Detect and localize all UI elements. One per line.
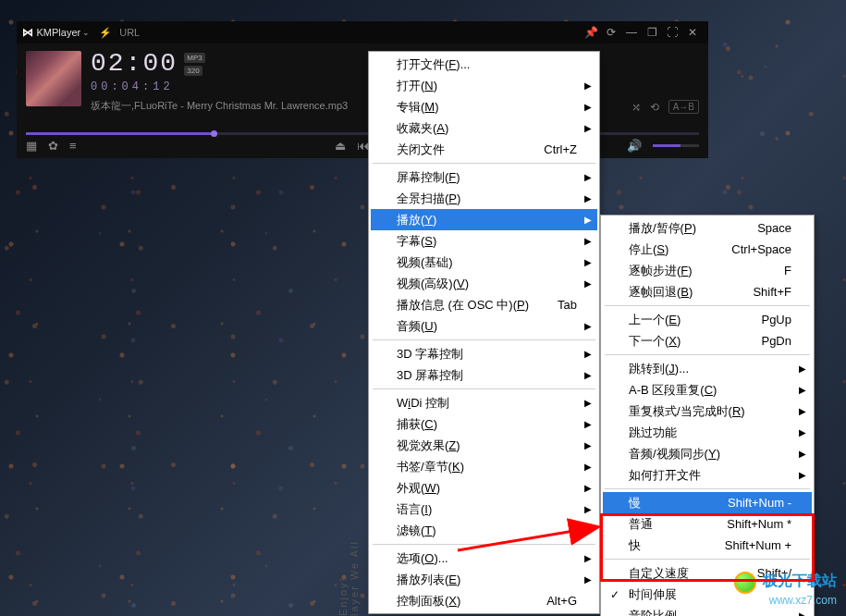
menu-item-label: 视觉效果(Z) [397, 437, 577, 454]
sub-menu-item-17[interactable]: 快Shift+Num + [603, 535, 812, 556]
url-label[interactable]: URL [119, 27, 140, 38]
fullscreen-button[interactable]: ⛶ [662, 26, 682, 39]
main-context-menu: 打开文件(F)...打开(N)▶专辑(M)▶收藏夹(A)▶关闭文件Ctrl+Z屏… [368, 51, 600, 614]
main-menu-item-3[interactable]: 收藏夹(A)▶ [371, 117, 597, 139]
main-menu-item-19[interactable]: 捕获(C)▶ [371, 413, 597, 435]
check-icon: ✓ [610, 588, 619, 601]
submenu-arrow-icon: ▶ [799, 406, 806, 416]
eject-icon[interactable]: ⏏ [335, 139, 346, 153]
menu-item-label: 慢 [629, 495, 700, 511]
list-icon[interactable]: ≡ [69, 139, 77, 153]
main-menu-item-9[interactable]: 字幕(S)▶ [371, 230, 597, 252]
bolt-icon[interactable]: ⚡ [99, 27, 112, 39]
submenu-arrow-icon: ▶ [584, 349, 592, 359]
menu-item-label: 视频(基础) [397, 254, 577, 271]
album-art[interactable] [26, 51, 81, 106]
shuffle-icon[interactable]: ⤭ [631, 101, 641, 114]
volume-slider[interactable] [653, 144, 699, 147]
main-menu-item-23[interactable]: 语言(I)▶ [371, 499, 597, 520]
sub-menu-item-2[interactable]: 逐帧步进(F)F [603, 260, 812, 281]
sub-menu-item-8[interactable]: 跳转到(J)...▶ [603, 358, 812, 379]
menu-shortcut: Shift+Num - [728, 496, 791, 510]
main-menu-item-8[interactable]: 播放(Y)▶ [371, 209, 597, 230]
close-button[interactable]: ✕ [682, 26, 703, 39]
sub-menu-item-1[interactable]: 停止(S)Ctrl+Space [603, 239, 812, 260]
sub-menu-item-9[interactable]: A-B 区段重复(C)▶ [603, 379, 812, 400]
app-name[interactable]: KMPlayer [37, 27, 81, 38]
chevron-down-icon[interactable]: ⌄ [82, 28, 90, 37]
menu-item-label: 收藏夹(A) [397, 120, 577, 137]
main-menu-item-7[interactable]: 全景扫描(P)▶ [371, 188, 597, 209]
main-menu-item-24[interactable]: 滤镜(T)▶ [371, 520, 597, 541]
menu-item-label: 全景扫描(P) [397, 191, 577, 207]
minimize-button[interactable]: — [621, 26, 642, 39]
player-body: 02:00 MP3 320 00:04:12 坂本龍一,FLuoRiTe - M… [17, 43, 708, 120]
sub-menu-item-13[interactable]: 如何打开文件▶ [603, 464, 812, 486]
menu-shortcut: Shift+Num + [725, 538, 791, 552]
main-menu-item-18[interactable]: WiDi 控制▶ [371, 392, 597, 413]
menu-item-label: WiDi 控制 [397, 395, 577, 412]
sub-menu-item-3[interactable]: 逐帧回退(B)Shift+F [603, 281, 812, 302]
restore-button[interactable]: ❐ [642, 26, 662, 39]
repeat-icon[interactable]: ⟲ [650, 101, 659, 114]
submenu-arrow-icon: ▶ [584, 419, 592, 429]
submenu-arrow-icon: ▶ [584, 172, 592, 182]
sub-menu-item-11[interactable]: 跳过功能▶ [603, 422, 812, 443]
submenu-arrow-icon: ▶ [584, 462, 592, 472]
menu-item-label: 跳过功能 [629, 425, 791, 441]
main-menu-item-16[interactable]: 3D 屏幕控制▶ [371, 364, 597, 386]
main-menu-item-15[interactable]: 3D 字幕控制▶ [371, 343, 597, 364]
main-menu-item-26[interactable]: 选项(O)...▶ [371, 548, 597, 569]
submenu-arrow-icon: ▶ [584, 398, 592, 408]
menu-item-label: 逐帧回退(B) [629, 284, 725, 301]
main-menu-item-28[interactable]: 控制面板(X)Alt+G [371, 590, 597, 611]
sub-menu-item-16[interactable]: 普通Shift+Num * [603, 513, 812, 535]
main-menu-item-6[interactable]: 屏幕控制(F)▶ [371, 166, 597, 188]
prev-icon[interactable]: ⏮ [357, 139, 369, 153]
main-menu-item-20[interactable]: 视觉效果(Z)▶ [371, 435, 597, 456]
ab-repeat-button[interactable]: A→B [668, 100, 699, 114]
menu-item-label: 视频(高级)(V) [397, 276, 577, 292]
main-menu-item-11[interactable]: 视频(高级)(V)▶ [371, 273, 597, 294]
settings-icon[interactable]: ✿ [48, 139, 58, 153]
menu-item-label: 播放(Y) [397, 212, 577, 228]
sub-menu-item-12[interactable]: 音频/视频同步(Y)▶ [603, 443, 812, 464]
watermark-name: 极光下载站 [763, 573, 837, 588]
grid-icon[interactable]: ▦ [26, 139, 37, 153]
watermark-globe-icon [734, 572, 756, 594]
main-menu-item-12[interactable]: 播放信息 (在 OSC 中)(P)Tab [371, 294, 597, 315]
refresh-icon[interactable]: ⟳ [601, 26, 621, 39]
sub-menu-item-0[interactable]: 播放/暂停(P)Space [603, 217, 812, 239]
volume-icon[interactable]: 🔊 [627, 139, 642, 153]
pin-icon[interactable]: 📌 [581, 26, 601, 39]
submenu-arrow-icon: ▶ [584, 80, 592, 91]
time-info: 02:00 MP3 320 00:04:12 坂本龍一,FLuoRiTe - M… [91, 51, 348, 113]
menu-item-label: 停止(S) [629, 241, 704, 258]
menu-shortcut: Shift+F [753, 285, 791, 299]
main-menu-item-27[interactable]: 播放列表(E)▶ [371, 569, 597, 590]
submenu-arrow-icon: ▶ [584, 553, 592, 563]
main-menu-item-4[interactable]: 关闭文件Ctrl+Z [371, 139, 597, 160]
main-menu-item-22[interactable]: 外观(W)▶ [371, 477, 597, 499]
watermark-url: www.xz7.com [734, 594, 837, 607]
main-menu-item-21[interactable]: 书签/章节(K)▶ [371, 456, 597, 477]
menu-item-label: 音频(U) [397, 318, 577, 335]
main-menu-item-2[interactable]: 专辑(M)▶ [371, 96, 597, 117]
sub-menu-item-5[interactable]: 上一个(E)PgUp [603, 309, 812, 330]
sub-menu-item-10[interactable]: 重复模式/当完成时(R)▶ [603, 400, 812, 422]
main-menu-item-1[interactable]: 打开(N)▶ [371, 75, 597, 96]
bitrate-badge: 320 [184, 66, 202, 76]
main-menu-item-13[interactable]: 音频(U)▶ [371, 315, 597, 337]
menu-separator [373, 163, 595, 164]
site-watermark: 极光下载站 www.xz7.com [734, 572, 837, 607]
main-menu-item-10[interactable]: 视频(基础)▶ [371, 252, 597, 273]
menu-separator [373, 388, 595, 389]
submenu-arrow-icon: ▶ [799, 610, 806, 616]
submenu-arrow-icon: ▶ [584, 440, 592, 450]
sub-menu-item-15[interactable]: 慢Shift+Num - [603, 492, 812, 513]
menu-item-label: 播放列表(E) [397, 572, 577, 588]
sub-menu-item-6[interactable]: 下一个(X)PgDn [603, 330, 812, 351]
menu-item-label: 自定义速度 [629, 565, 730, 582]
progress-thumb[interactable] [211, 130, 217, 137]
main-menu-item-0[interactable]: 打开文件(F)... [371, 54, 597, 75]
